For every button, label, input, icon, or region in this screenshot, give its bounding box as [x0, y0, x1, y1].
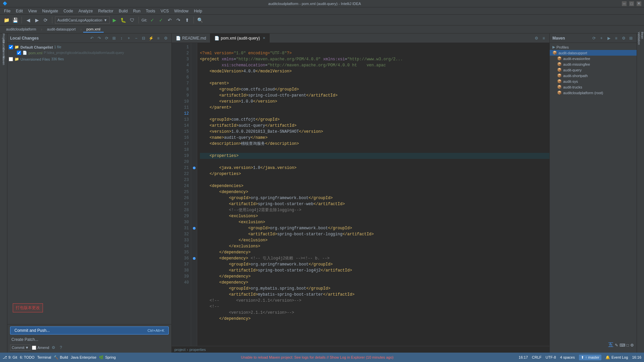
- save-btn[interactable]: 💾: [11, 16, 19, 24]
- group-action-btn[interactable]: ⊞: [111, 35, 117, 41]
- ime-btn1[interactable]: ✎: [615, 343, 618, 348]
- git-check-btn[interactable]: ✓: [149, 16, 156, 24]
- maven-settings-btn[interactable]: ⚙: [621, 35, 627, 41]
- menu-edit[interactable]: Edit: [13, 8, 25, 14]
- commit-push-button[interactable]: Commit and Push... Ctrl+Alt+K: [10, 326, 169, 335]
- ime-btn2[interactable]: ⌨: [620, 343, 625, 348]
- settings-action-btn[interactable]: ⚙: [163, 35, 169, 41]
- branch-item[interactable]: ⬆ ↑ master: [579, 355, 601, 360]
- maven-refresh-btn[interactable]: ⟳: [591, 35, 597, 41]
- maven-evasionfee-item[interactable]: 📦 audit-evasionfee: [550, 56, 637, 61]
- maven-add-btn[interactable]: +: [598, 35, 604, 41]
- sort-action-btn[interactable]: ↕: [118, 35, 124, 41]
- project-tab-datasupport[interactable]: audit-datasupport: [44, 26, 79, 33]
- minimize-button[interactable]: ─: [622, 1, 627, 6]
- debug-btn[interactable]: 🐛: [120, 16, 127, 24]
- more-action-btn[interactable]: ≡: [155, 35, 161, 41]
- build-status-item[interactable]: 🔨 Build: [54, 355, 68, 360]
- java-enterprise-status-item[interactable]: Java Enterprise: [71, 355, 96, 359]
- collapse-action-btn[interactable]: −: [133, 35, 139, 41]
- menu-tools[interactable]: Tools: [143, 8, 158, 14]
- terminal-status-item[interactable]: Terminal: [37, 355, 51, 359]
- menu-analyze[interactable]: Analyze: [76, 8, 96, 14]
- fwd-btn[interactable]: ▶: [33, 16, 41, 24]
- maven-datasupport-item[interactable]: 📦 audit-datasupport: [550, 50, 637, 56]
- menu-file[interactable]: File: [1, 8, 13, 14]
- indent-item[interactable]: 4 spaces: [560, 355, 575, 359]
- error-text[interactable]: Unable to reload Maven project: See logs…: [241, 355, 393, 359]
- maven-run-btn[interactable]: ▶: [606, 35, 612, 41]
- git-undo-btn[interactable]: ↶: [166, 16, 173, 24]
- pom-file-item[interactable]: 📄 pom.xml P:\idea_project\gitcode\auditc…: [7, 50, 171, 56]
- todo-status-item[interactable]: 6: TODO: [20, 355, 35, 359]
- close-button[interactable]: ✕: [637, 1, 641, 6]
- coverage-btn[interactable]: 🛡: [128, 16, 136, 24]
- create-patch-button[interactable]: Create Patch...: [10, 336, 169, 343]
- menu-build[interactable]: Build: [116, 8, 130, 14]
- back-btn[interactable]: ◀: [24, 16, 32, 24]
- code-text-area[interactable]: <?xml version="1.0" encoding="UTF-8"?> <…: [197, 43, 549, 346]
- tab-settings-btn[interactable]: ⚙: [533, 35, 539, 41]
- git-status-item[interactable]: ⎇ 9: Git: [3, 355, 17, 360]
- commit-dropdown[interactable]: Commit ▼: [10, 345, 31, 351]
- menu-navigate[interactable]: Navigate: [40, 8, 61, 14]
- menu-help[interactable]: Help: [191, 8, 205, 14]
- menu-view[interactable]: View: [25, 8, 40, 14]
- maven-shortpath-item[interactable]: 📦 audit-shortpath: [550, 73, 637, 78]
- project-tab-pom[interactable]: pom.xml: [83, 26, 104, 33]
- breadcrumb-project[interactable]: project: [174, 348, 185, 352]
- maven-more-btn[interactable]: ≡: [613, 35, 619, 41]
- pom-xml-tab[interactable]: 📄 pom.xml (audit-query) ✕: [210, 34, 270, 43]
- menu-vcs[interactable]: VCS: [158, 8, 172, 14]
- refresh-action-btn[interactable]: ⟳: [104, 35, 110, 41]
- diff-action-btn[interactable]: ⊟: [141, 35, 147, 41]
- expand-action-btn[interactable]: +: [126, 35, 132, 41]
- menu-window[interactable]: Window: [171, 8, 191, 14]
- readme-tab[interactable]: 📄 README.md: [172, 34, 210, 43]
- maven-trucks-item[interactable]: 📦 audit-trucks: [550, 84, 637, 90]
- ime-btn4[interactable]: ⚙: [630, 343, 634, 348]
- code-editor[interactable]: 12345 678910 1112131415 1617181920 21222…: [172, 43, 549, 346]
- pom-tab-close-icon[interactable]: ✕: [263, 36, 265, 40]
- maven-query-item[interactable]: 📦 audit-query: [550, 67, 637, 73]
- ime-btn3[interactable]: □: [627, 343, 629, 348]
- commit-settings-btn[interactable]: ⚙: [51, 345, 57, 351]
- encoding-item[interactable]: UTF-8: [546, 355, 556, 359]
- git-check2-btn[interactable]: ✓: [157, 16, 165, 24]
- run-config-dropdown[interactable]: AuditBCarsLogoApplication ▼: [55, 16, 110, 24]
- maven-expand-btn[interactable]: ⊞: [628, 35, 634, 41]
- pom-checkbox[interactable]: [17, 51, 21, 55]
- bean-validation-icon[interactable]: Bean Validation: [637, 35, 644, 42]
- run-btn[interactable]: ▶: [111, 16, 118, 24]
- maven-root-item[interactable]: 📦 auditcloudplatform (root): [550, 90, 637, 96]
- menu-run[interactable]: Run: [130, 8, 143, 14]
- maven-profiles-item[interactable]: ▶ Profiles: [550, 44, 637, 50]
- title-bar-controls[interactable]: ─ □ ✕: [622, 1, 641, 6]
- maven-missingfee-item[interactable]: 📦 audit-missingfee: [550, 61, 637, 67]
- menu-refactor[interactable]: Refactor: [96, 8, 116, 14]
- undo-action-btn[interactable]: ↶: [89, 35, 95, 41]
- maximize-button[interactable]: □: [629, 1, 634, 6]
- unversioned-checkbox[interactable]: [9, 57, 13, 61]
- line-col-item[interactable]: 16:17: [519, 355, 528, 359]
- nav-btn[interactable]: ⟳: [42, 16, 49, 24]
- commit-help-btn[interactable]: ?: [58, 345, 64, 351]
- default-changelist-item[interactable]: 📁 Default Changelist 1 file: [7, 44, 171, 50]
- git-redo-btn[interactable]: ↷: [175, 16, 182, 24]
- line-ending-item[interactable]: CRLF: [532, 355, 542, 359]
- amend-checkbox[interactable]: [32, 346, 36, 350]
- breadcrumb-properties[interactable]: properties: [190, 348, 206, 352]
- maven-left-icon[interactable]: Maven: [0, 57, 7, 64]
- maven-sys-item[interactable]: 📦 audit-sys: [550, 78, 637, 84]
- amend-check[interactable]: Amend: [32, 346, 49, 350]
- filter-action-btn[interactable]: ⚡: [148, 35, 154, 41]
- unversioned-item[interactable]: 📁 Unversioned Files 336 files: [7, 56, 171, 62]
- project-tab-root[interactable]: auditcloudplatform: [3, 26, 40, 33]
- search-btn[interactable]: 🔍: [197, 16, 204, 24]
- open-btn[interactable]: 📁: [3, 16, 10, 24]
- tab-more-btn[interactable]: ≡: [541, 35, 547, 41]
- event-log-item[interactable]: 🔔 Event Log: [605, 355, 628, 360]
- menu-code[interactable]: Code: [61, 8, 76, 14]
- git-push-btn[interactable]: ⬆: [183, 16, 191, 24]
- redo-action-btn[interactable]: ↷: [96, 35, 102, 41]
